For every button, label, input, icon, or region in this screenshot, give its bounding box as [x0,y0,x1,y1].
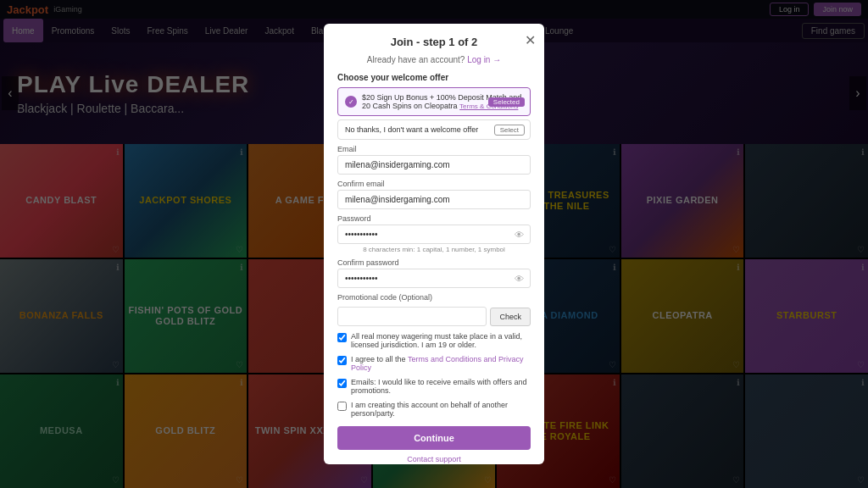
modal-title: Join - step 1 of 2 [337,36,531,48]
checkbox-age[interactable] [337,333,347,342]
checkbox-emails[interactable] [337,379,347,388]
confirm-password-wrap: 👁 [337,269,531,288]
checkbox-terms-row: I agree to all the Terms and Conditions … [337,355,531,372]
promo-input[interactable] [337,307,487,326]
modal-close-button[interactable]: ✕ [525,32,536,48]
password-label: Password [337,214,531,223]
promo-row: Check [337,307,531,326]
checkbox-age-label: All real money wagering must take place … [351,332,531,349]
offer1-check-icon: ✓ [345,96,357,108]
checkbox-terms[interactable] [337,356,347,365]
confirm-email-label: Confirm email [337,180,531,188]
password-hint: 8 characters min: 1 capital, 1 number, 1… [337,246,531,253]
terms-link[interactable]: Terms and Conditions and Privacy Policy [351,355,523,372]
welcome-offer-1[interactable]: ✓ $20 Sign Up Bonus + 100% Deposit Match… [337,87,531,116]
registration-modal: Join - step 1 of 2 ✕ Already have an acc… [324,24,544,464]
promo-check-button[interactable]: Check [490,308,531,326]
confirm-password-input[interactable] [337,269,531,288]
continue-button[interactable]: Continue [337,426,531,450]
checkbox-behalf-row: I am creating this account on behalf of … [337,401,531,418]
checkbox-behalf-label: I am creating this account on behalf of … [351,401,531,418]
confirm-password-eye-icon[interactable]: 👁 [515,274,524,284]
confirm-email-input[interactable] [337,190,531,209]
welcome-offer-2[interactable]: No thanks, I don't want a welcome offer … [337,119,531,140]
promo-label: Promotional code (Optional) [337,293,531,302]
modal-header: Join - step 1 of 2 ✕ [337,36,531,48]
confirm-password-label: Confirm password [337,258,531,267]
checkbox-terms-label: I agree to all the Terms and Conditions … [351,355,531,372]
modal-overlay: Join - step 1 of 2 ✕ Already have an acc… [0,0,868,488]
modal-login-link: Already have an account? Log in → [337,55,531,64]
password-input[interactable] [337,225,531,244]
email-label: Email [337,145,531,153]
modal-login-anchor[interactable]: Log in → [467,55,501,64]
password-wrap: 👁 [337,225,531,244]
checkbox-emails-row: Emails: I would like to receive emails w… [337,378,531,395]
offer1-selected-badge: Selected [488,97,525,107]
password-eye-icon[interactable]: 👁 [515,230,524,240]
checkbox-behalf[interactable] [337,402,347,411]
offer2-select-button[interactable]: Select [494,125,525,136]
email-input[interactable] [337,155,531,175]
checkbox-age-row: All real money wagering must take place … [337,332,531,349]
checkbox-emails-label: Emails: I would like to receive emails w… [351,378,531,395]
choose-offer-title: Choose your welcome offer [337,73,531,82]
contact-support-link[interactable]: Contact support [337,455,531,463]
